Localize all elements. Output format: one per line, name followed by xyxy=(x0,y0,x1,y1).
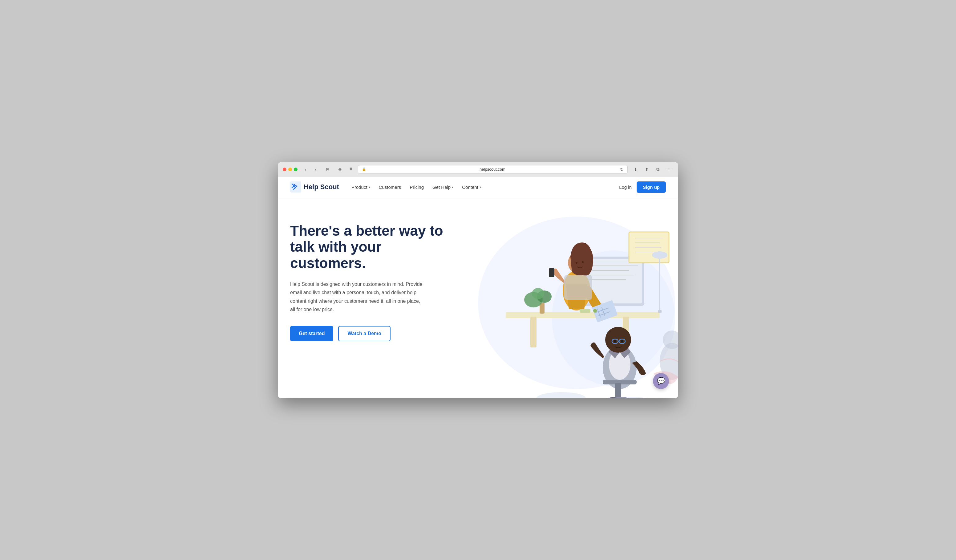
address-bar[interactable]: 🔒 helpscout.com ↻ xyxy=(358,165,628,174)
logo-icon xyxy=(290,181,301,192)
browser-chrome: ‹ › ⊟ ⊕ ⛊ 🔒 helpscout.com ↻ ⬇ ⬆ ⧉ + xyxy=(278,162,678,176)
hero-buttons: Get started Watch a Demo xyxy=(290,326,450,341)
new-tab-button[interactable]: ⧉ xyxy=(654,166,662,173)
svg-point-29 xyxy=(582,261,583,263)
browser-window: ‹ › ⊟ ⊕ ⛊ 🔒 helpscout.com ↻ ⬇ ⬆ ⧉ + xyxy=(278,162,678,398)
hero-illustration xyxy=(444,198,678,398)
svg-rect-3 xyxy=(506,312,660,318)
nav-content[interactable]: Content ▾ xyxy=(462,184,481,190)
svg-point-53 xyxy=(598,397,660,398)
svg-rect-30 xyxy=(549,268,554,277)
svg-point-20 xyxy=(652,251,667,259)
content-chevron-icon: ▾ xyxy=(480,186,481,189)
add-tab-button[interactable]: + xyxy=(665,166,673,173)
lock-icon: 🔒 xyxy=(362,167,366,171)
svg-rect-21 xyxy=(658,310,662,313)
forward-button[interactable]: › xyxy=(311,166,320,173)
browser-body: Help Scout Product ▾ Customers Pricing G… xyxy=(278,176,678,398)
refresh-icon: ↻ xyxy=(620,167,624,172)
svg-point-49 xyxy=(593,309,597,313)
get-started-button[interactable]: Get started xyxy=(290,326,333,341)
chat-icon: 💬 xyxy=(657,377,665,385)
hero-section: There's a better way to talk with your c… xyxy=(278,198,678,398)
download-button[interactable]: ⬇ xyxy=(631,166,640,173)
nav-get-help[interactable]: Get Help ▾ xyxy=(432,184,453,190)
product-chevron-icon: ▾ xyxy=(369,186,370,189)
nav-buttons: ‹ › xyxy=(301,166,320,173)
hero-content: There's a better way to talk with your c… xyxy=(290,217,450,341)
traffic-lights xyxy=(283,168,297,171)
nav-pricing[interactable]: Pricing xyxy=(410,184,424,190)
sidebar-button[interactable]: ⊟ xyxy=(323,166,332,173)
svg-rect-4 xyxy=(530,317,536,348)
nav-product[interactable]: Product ▾ xyxy=(351,184,370,190)
svg-point-43 xyxy=(614,340,616,343)
hero-title: There's a better way to talk with your c… xyxy=(290,223,450,272)
url-display: helpscout.com xyxy=(368,167,617,171)
navbar: Help Scout Product ▾ Customers Pricing G… xyxy=(278,176,678,198)
share-button[interactable]: ⬆ xyxy=(643,166,651,173)
browser-actions: ⬇ ⬆ ⧉ + xyxy=(631,166,673,173)
nav-actions: Log in Sign up xyxy=(619,181,666,193)
logo-text: Help Scout xyxy=(303,183,339,191)
svg-point-25 xyxy=(532,288,544,299)
maximize-button[interactable] xyxy=(294,168,297,171)
login-button[interactable]: Log in xyxy=(619,184,632,190)
shield-button[interactable]: ⛊ xyxy=(347,166,355,173)
signup-button[interactable]: Sign up xyxy=(637,181,666,193)
nav-links: Product ▾ Customers Pricing Get Help ▾ C… xyxy=(351,184,619,190)
back-button[interactable]: ‹ xyxy=(301,166,310,173)
hero-subtitle: Help Scout is designed with your custome… xyxy=(290,280,426,313)
watch-demo-button[interactable]: Watch a Demo xyxy=(338,326,390,341)
chat-bubble-button[interactable]: 💬 xyxy=(653,373,669,389)
extension-button[interactable]: ⊕ xyxy=(336,166,344,173)
get-help-chevron-icon: ▾ xyxy=(452,186,453,189)
svg-point-52 xyxy=(536,392,586,398)
svg-rect-48 xyxy=(580,309,590,313)
svg-rect-46 xyxy=(615,383,621,398)
svg-point-44 xyxy=(621,340,623,343)
svg-rect-36 xyxy=(564,275,592,300)
illustration-svg xyxy=(444,198,678,398)
svg-point-28 xyxy=(575,262,577,264)
svg-point-39 xyxy=(605,327,631,353)
minimize-button[interactable] xyxy=(288,168,292,171)
close-button[interactable] xyxy=(283,168,286,171)
logo-link[interactable]: Help Scout xyxy=(290,181,339,192)
address-bar-area: ⊕ ⛊ 🔒 helpscout.com ↻ xyxy=(336,165,628,174)
nav-customers[interactable]: Customers xyxy=(379,184,401,190)
